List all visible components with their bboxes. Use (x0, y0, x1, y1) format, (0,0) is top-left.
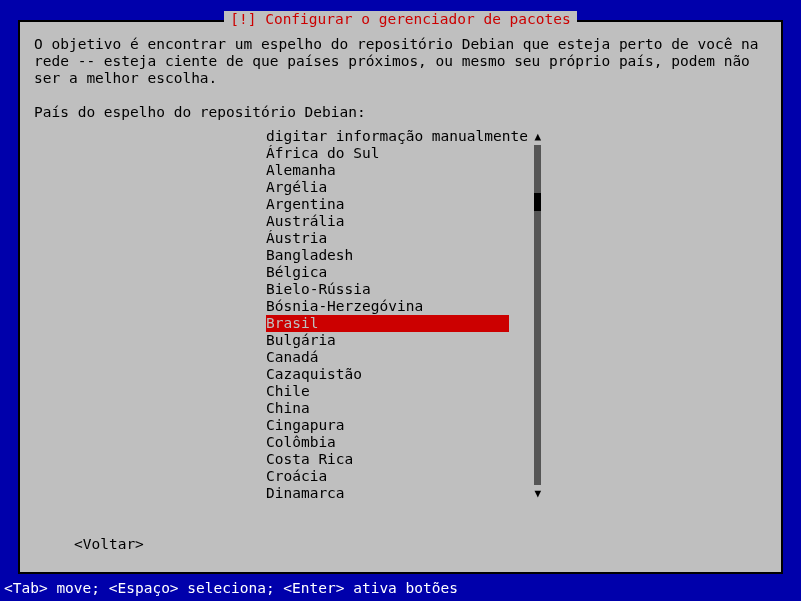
list-item[interactable]: Bulgária (266, 332, 532, 349)
dialog-title: [!] Configurar o gerenciador de pacotes (224, 11, 576, 27)
list-item[interactable]: Colômbia (266, 434, 532, 451)
list-item[interactable]: Áustria (266, 230, 532, 247)
list-item[interactable]: Costa Rica (266, 451, 532, 468)
list-area: digitar informação manualmenteÁfrica do … (266, 128, 767, 502)
list-item[interactable]: Bósnia-Herzegóvina (266, 298, 532, 315)
list-item[interactable]: Brasil (266, 315, 509, 332)
scroll-up-icon[interactable]: ▲ (535, 128, 542, 145)
list-item[interactable]: Argentina (266, 196, 532, 213)
country-list[interactable]: digitar informação manualmenteÁfrica do … (266, 128, 532, 502)
scroll-track[interactable] (534, 145, 541, 485)
list-item[interactable]: Bélgica (266, 264, 532, 281)
back-button[interactable]: <Voltar> (74, 536, 144, 552)
list-item[interactable]: Canadá (266, 349, 532, 366)
list-item[interactable]: África do Sul (266, 145, 532, 162)
list-item[interactable]: Austrália (266, 213, 532, 230)
list-item[interactable]: China (266, 400, 532, 417)
help-bar: <Tab> move; <Espaço> seleciona; <Enter> … (4, 580, 458, 596)
scrollbar[interactable]: ▲ ▼ (532, 128, 544, 502)
list-item[interactable]: digitar informação manualmente (266, 128, 532, 145)
dialog-title-wrap: [!] Configurar o gerenciador de pacotes (20, 11, 781, 27)
list-item[interactable]: Cingapura (266, 417, 532, 434)
list-item[interactable]: Chile (266, 383, 532, 400)
dialog-prompt: País do espelho do repositório Debian: (34, 104, 767, 120)
list-item[interactable]: Croácia (266, 468, 532, 485)
dialog-content: O objetivo é encontrar um espelho do rep… (20, 22, 781, 512)
scroll-thumb[interactable] (534, 193, 541, 211)
list-item[interactable]: Cazaquistão (266, 366, 532, 383)
dialog-description: O objetivo é encontrar um espelho do rep… (34, 36, 767, 87)
list-item[interactable]: Alemanha (266, 162, 532, 179)
list-item[interactable]: Bangladesh (266, 247, 532, 264)
config-dialog: [!] Configurar o gerenciador de pacotes … (18, 20, 783, 574)
scroll-down-icon[interactable]: ▼ (535, 485, 542, 502)
list-item[interactable]: Argélia (266, 179, 532, 196)
list-item[interactable]: Dinamarca (266, 485, 532, 502)
list-item[interactable]: Bielo-Rússia (266, 281, 532, 298)
